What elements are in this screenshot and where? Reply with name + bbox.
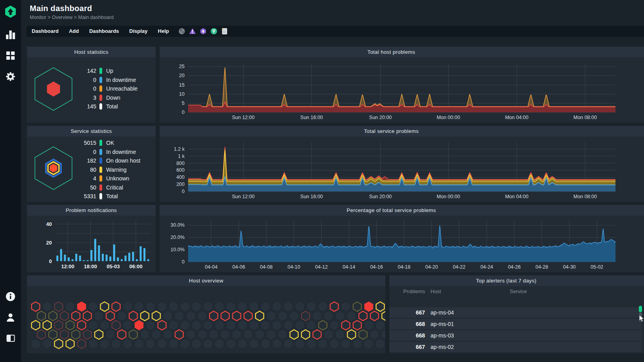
percentage-service-problems-chart[interactable]: 04-0404-0604-0804-1004-1204-1404-1604-18… (160, 216, 644, 272)
host-hexagon[interactable] (221, 311, 229, 321)
stat-row-in-downtime[interactable]: 0In downtime (73, 148, 140, 157)
host-hexagon[interactable] (204, 339, 213, 349)
host-hexagon[interactable] (335, 311, 345, 321)
host-hexagon[interactable] (341, 301, 351, 312)
stat-row-unknown[interactable]: 4Unknown (73, 174, 140, 183)
host-hexagon[interactable] (204, 301, 213, 312)
host-hexagon[interactable] (117, 311, 126, 321)
host-hexagon[interactable] (158, 301, 167, 312)
host-hexagon[interactable] (55, 302, 63, 311)
host-hexagon[interactable] (342, 320, 350, 330)
host-hexagon[interactable] (278, 330, 287, 340)
host-hexagon[interactable] (66, 339, 74, 349)
host-hexagon[interactable] (89, 301, 98, 312)
sidebar-item-monitor[interactable] (5, 29, 16, 40)
host-hexagon[interactable] (31, 339, 40, 349)
stat-row-total[interactable]: 5331Total (73, 192, 140, 201)
menu-item-display[interactable]: Display (124, 26, 152, 37)
host-hexagon[interactable] (227, 339, 236, 349)
host-hexagon[interactable] (169, 301, 178, 312)
host-hexagon[interactable] (146, 320, 155, 330)
host-hexagon[interactable] (118, 330, 126, 339)
host-hexagon[interactable] (66, 320, 74, 330)
host-hexagon[interactable] (221, 330, 230, 340)
host-hexagon[interactable] (163, 311, 172, 321)
host-hexagon[interactable] (244, 311, 252, 321)
stat-row-unreachable[interactable]: 0Unreachable (73, 84, 137, 93)
host-hexagon[interactable] (95, 330, 103, 339)
host-hexagon[interactable] (364, 339, 373, 349)
host-hexagon[interactable] (169, 339, 178, 349)
host-hexagon[interactable] (227, 301, 236, 312)
host-hexagon[interactable] (78, 339, 86, 349)
host-hexagon[interactable] (78, 320, 86, 330)
host-hexagon[interactable] (284, 301, 293, 312)
host-hexagon[interactable] (278, 311, 287, 321)
host-hexagon[interactable] (250, 301, 259, 312)
host-hexagon[interactable] (72, 311, 80, 321)
host-hexagon[interactable] (112, 339, 121, 349)
sidebar-item-user[interactable] (5, 312, 16, 323)
host-hexagon[interactable] (307, 301, 316, 312)
host-hexagon[interactable] (318, 339, 328, 349)
host-hexagon[interactable] (232, 330, 241, 340)
stat-row-in-downtime[interactable]: 0In downtime (73, 76, 137, 85)
host-hexagon[interactable] (227, 320, 236, 330)
host-hexagon[interactable] (210, 311, 218, 321)
host-hexagon[interactable] (181, 320, 190, 330)
host-hexagon[interactable] (123, 339, 132, 349)
host-hexagon[interactable] (353, 320, 362, 330)
stat-row-critical[interactable]: 50Critical (73, 183, 140, 192)
host-hexagon[interactable] (112, 320, 120, 330)
host-hexagon[interactable] (255, 330, 264, 340)
checkmk-badge-icon[interactable] (200, 28, 207, 35)
host-hexagon[interactable] (123, 320, 132, 330)
host-hexagon[interactable] (341, 339, 351, 349)
host-hexagon[interactable] (83, 330, 91, 339)
menu-item-dashboard[interactable]: Dashboard (27, 26, 64, 37)
host-hexagon[interactable] (43, 320, 51, 330)
host-hexagon[interactable] (89, 339, 98, 349)
host-hexagon[interactable] (347, 330, 356, 339)
host-hexagon[interactable] (250, 320, 259, 330)
host-hexagon[interactable] (100, 339, 109, 349)
host-hexagon[interactable] (83, 311, 91, 321)
stat-row-warning[interactable]: 80Warning (73, 165, 140, 174)
host-hexagon[interactable] (272, 320, 282, 330)
host-hexagon[interactable] (158, 320, 166, 330)
host-hexagon[interactable] (146, 339, 155, 349)
host-hexagon[interactable] (101, 302, 109, 311)
host-hexagon[interactable] (72, 330, 80, 339)
total-host-problems-chart[interactable]: Sun 12:00Sun 16:00Sun 20:00Mon 00:00Mon … (160, 57, 644, 123)
host-hexagon[interactable] (175, 311, 184, 321)
host-hexagon[interactable] (319, 320, 327, 330)
host-hexagon[interactable] (370, 311, 379, 321)
host-hexagon[interactable] (359, 330, 367, 339)
host-hexagon[interactable] (192, 301, 201, 312)
host-hexagon[interactable] (49, 330, 57, 339)
stat-row-ok[interactable]: 5015OK (73, 138, 140, 148)
host-hexagon-grid[interactable] (27, 286, 385, 353)
host-hexagon[interactable] (181, 339, 190, 349)
host-hexagon[interactable] (181, 301, 190, 312)
host-hexagon[interactable] (301, 330, 310, 339)
sidebar-item-info[interactable] (5, 291, 16, 302)
host-hexagon[interactable] (347, 311, 356, 321)
cell-host[interactable]: ap-ms-04 (431, 309, 454, 316)
host-hexagon[interactable] (89, 320, 98, 330)
breadcrumb[interactable]: Monitor > Overview > Main dashboard (30, 15, 114, 20)
host-hexagon[interactable] (106, 330, 115, 340)
menu-item-add[interactable]: Add (64, 26, 84, 37)
host-hexagon[interactable] (198, 330, 207, 340)
warning-triangle-icon[interactable] (189, 28, 196, 35)
host-hexagon[interactable] (284, 339, 293, 349)
host-hexagon[interactable] (382, 311, 385, 321)
sidebar-item-customize[interactable] (5, 50, 16, 61)
host-hexagon[interactable] (32, 320, 40, 330)
host-statistics-hexagon[interactable] (30, 64, 77, 116)
host-hexagon[interactable] (290, 330, 298, 339)
host-hexagon[interactable] (100, 320, 109, 330)
host-hexagon[interactable] (376, 320, 385, 330)
host-hexagon[interactable] (152, 311, 160, 321)
host-hexagon[interactable] (198, 311, 207, 321)
